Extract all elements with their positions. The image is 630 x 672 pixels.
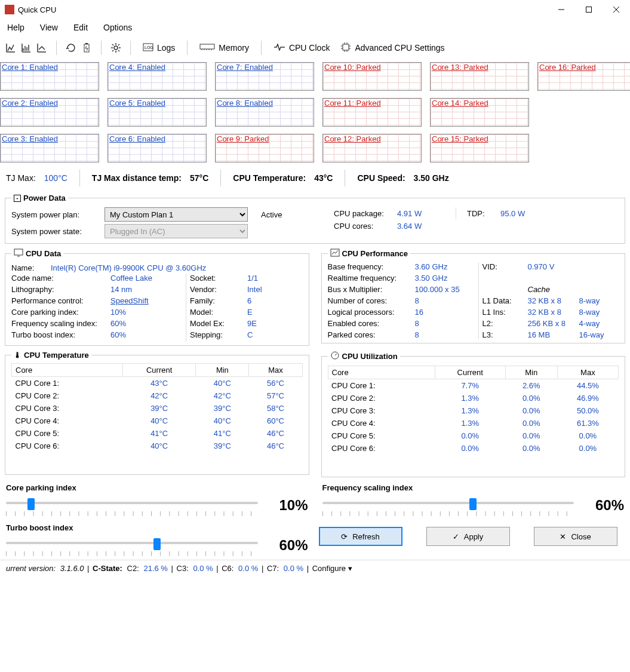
table-row: CPU Core 5:0.0%0.0%0.0%: [328, 429, 619, 442]
cpu-utilization-panel: CPU Utilization CoreCurrentMinMax CPU Co…: [321, 351, 626, 477]
logs-button[interactable]: LOGLogs: [139, 41, 179, 56]
frequency-scaling-slider-box: Frequency scaling index 60%: [316, 480, 631, 520]
refresh-icon: ⟳: [341, 532, 348, 541]
core-cell[interactable]: Core 6: Enabled: [107, 134, 207, 162]
core-cell[interactable]: Core 10: Parked: [322, 62, 422, 91]
menu-edit[interactable]: Edit: [73, 23, 88, 32]
core-label: Core 13: Parked: [432, 63, 488, 72]
core-cell[interactable]: Core 8: Enabled: [215, 98, 314, 127]
cores-label: CPU cores:: [334, 222, 394, 231]
table-row: CPU Core 3:1.3%0.0%50.0%: [328, 404, 619, 417]
state-label: System power state:: [11, 227, 101, 236]
core-cell[interactable]: Core 3: Enabled: [0, 134, 99, 162]
close-button[interactable]: [603, 0, 630, 19]
power-plan-select[interactable]: My Custom Plan 1: [105, 207, 248, 222]
tdp-label: TDP:: [467, 209, 497, 218]
core-label: Core 8: Enabled: [217, 99, 273, 108]
core-cell[interactable]: Core 2: Enabled: [0, 98, 99, 127]
core-cell[interactable]: Core 4: Enabled: [107, 62, 207, 91]
core-label: Core 15: Parked: [432, 134, 488, 143]
stat-bar: TJ Max: 100°C TJ Max distance temp: 57°C…: [0, 165, 630, 191]
maximize-button[interactable]: [575, 0, 603, 19]
core-cell[interactable]: Core 14: Parked: [430, 98, 529, 127]
graph3-icon[interactable]: [36, 42, 48, 54]
advanced-cpu-button[interactable]: Advanced CPU Settings: [337, 39, 448, 57]
cputemp-label: CPU Temperature:: [233, 173, 306, 183]
graph1-icon[interactable]: [5, 42, 17, 54]
core-label: Core 4: Enabled: [109, 63, 165, 72]
power-state-select: Plugged In (AC): [105, 224, 248, 238]
svg-line-28: [335, 354, 337, 355]
table-row: CPU Core 2:42°C42°C57°C: [12, 389, 303, 402]
core-parking-slider-box: Core parking index 10%: [0, 480, 314, 520]
core-cell[interactable]: Core 12: Parked: [322, 134, 422, 162]
tjmax-value: 100°C: [44, 173, 67, 183]
svg-rect-5: [85, 43, 88, 44]
refresh-button[interactable]: ⟳Refresh: [319, 527, 402, 546]
tjdist-value: 57°C: [190, 173, 208, 183]
util-table: CoreCurrentMinMax CPU Core 1:7.7%2.6%44.…: [328, 366, 619, 455]
monitor-icon: [14, 248, 23, 259]
svg-rect-9: [200, 44, 214, 49]
cpuspeed-label: CPU Speed:: [357, 173, 405, 183]
svg-rect-24: [14, 249, 23, 255]
frequency-scaling-slider[interactable]: [322, 495, 574, 516]
apply-button[interactable]: ✓Apply: [426, 527, 510, 546]
memory-button[interactable]: Memory: [196, 41, 253, 55]
core-cell[interactable]: Core 5: Enabled: [107, 98, 207, 127]
core-cell[interactable]: Core 9: Parked: [215, 134, 314, 162]
cputemp-value: 43°C: [314, 173, 333, 183]
collapse-icon[interactable]: -: [14, 195, 21, 202]
speedshift-link[interactable]: SpeedShift: [110, 296, 182, 305]
minimize-button[interactable]: [548, 0, 575, 19]
check-icon: ✓: [453, 532, 459, 541]
table-row: CPU Core 1:43°C40°C56°C: [12, 377, 303, 390]
table-row: CPU Core 6:0.0%0.0%0.0%: [328, 442, 619, 455]
menubar: Help View Edit Options: [0, 19, 630, 36]
tjdist-label: TJ Max distance temp:: [92, 173, 182, 183]
close-button-bottom[interactable]: ✕Close: [534, 527, 617, 546]
table-row: CPU Core 4:40°C40°C60°C: [12, 415, 303, 427]
gear-icon[interactable]: [110, 42, 122, 54]
cores-value: 3.64 W: [397, 222, 422, 231]
pkg-label: CPU package:: [334, 209, 394, 218]
refresh-icon[interactable]: [65, 42, 77, 54]
turbo-boost-slider[interactable]: [6, 535, 258, 556]
tjmax-label: TJ Max:: [6, 173, 36, 183]
graph2-icon[interactable]: [20, 42, 32, 54]
core-label: Core 1: Enabled: [2, 63, 58, 72]
toolbar: LOGLogs Memory CPU Clock Advanced CPU Se…: [0, 36, 630, 60]
core-parking-slider[interactable]: [6, 495, 258, 516]
temp-table-scroll[interactable]: CoreCurrentMinMax CPU Core 1:43°C40°C56°…: [11, 363, 303, 471]
core-cell[interactable]: Core 16: Parked: [537, 62, 630, 91]
core-cell[interactable]: Core 11: Parked: [322, 98, 422, 127]
app-icon: [5, 5, 14, 14]
util-table-scroll[interactable]: CoreCurrentMinMax CPU Core 1:7.7%2.6%44.…: [328, 366, 619, 473]
gauge-icon: [330, 351, 340, 362]
table-row: CPU Core 6:40°C39°C46°C: [12, 440, 303, 452]
battery-icon[interactable]: [81, 42, 93, 54]
configure-link[interactable]: Configure ▾: [312, 564, 352, 573]
core-label: Core 6: Enabled: [109, 134, 165, 143]
core-label: Core 3: Enabled: [2, 134, 58, 143]
svg-rect-15: [343, 44, 349, 50]
plan-status: Active: [261, 210, 282, 219]
core-cell[interactable]: Core 15: Parked: [430, 134, 529, 162]
cpu-name: Intel(R) Core(TM) i9-9900K CPU @ 3.60GHz: [51, 263, 206, 272]
svg-rect-1: [586, 7, 592, 13]
chip-icon: [340, 42, 351, 54]
menu-options[interactable]: Options: [103, 23, 132, 32]
core-label: Core 12: Parked: [324, 134, 381, 143]
core-cell[interactable]: Core 7: Enabled: [215, 62, 314, 91]
core-cell[interactable]: Core 13: Parked: [430, 62, 529, 91]
cpu-clock-button[interactable]: CPU Clock: [270, 41, 333, 55]
menu-view[interactable]: View: [40, 23, 58, 32]
menu-help[interactable]: Help: [7, 23, 24, 32]
table-row: CPU Core 3:39°C39°C58°C: [12, 402, 303, 415]
chart-icon: [330, 248, 340, 259]
temp-table: CoreCurrentMinMax CPU Core 1:43°C40°C56°…: [11, 363, 303, 452]
core-label: Core 5: Enabled: [109, 99, 165, 108]
core-label: Core 2: Enabled: [2, 99, 58, 108]
chevron-down-icon: ▾: [348, 564, 352, 573]
core-cell[interactable]: Core 1: Enabled: [0, 62, 99, 91]
